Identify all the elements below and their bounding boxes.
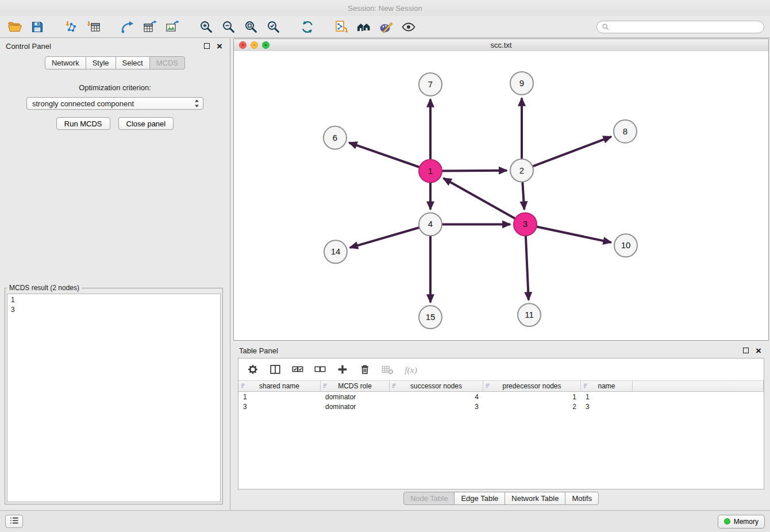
- edge-3-10[interactable]: [537, 227, 611, 242]
- control-panel-title: Control Panel: [6, 42, 51, 51]
- refresh-icon[interactable]: [298, 18, 317, 36]
- edge-1-2[interactable]: [442, 171, 507, 171]
- control-panel: Control Panel × NetworkStyleSelectMCDS O…: [0, 38, 230, 510]
- column-sort-icon: [583, 383, 589, 391]
- window-title: Session: New Session: [348, 4, 422, 13]
- optimization-criterion-label: Optimization criterion:: [0, 83, 230, 92]
- mcds-result-box: MCDS result (2 nodes) 13: [5, 284, 223, 504]
- home-icon[interactable]: [355, 18, 373, 36]
- chevron-updown-icon: [194, 98, 200, 109]
- tab-motifs[interactable]: Motifs: [565, 492, 599, 505]
- delete-table-icon: [381, 362, 394, 377]
- export-image-icon[interactable]: [163, 18, 182, 36]
- minimize-window-icon[interactable]: −: [251, 41, 258, 49]
- column-header-successor-nodes[interactable]: successor nodes: [390, 380, 483, 392]
- table-row[interactable]: 3dominator323: [238, 402, 764, 411]
- export-table-icon[interactable]: [141, 18, 159, 36]
- maximize-window-icon[interactable]: +: [262, 41, 270, 49]
- add-row-icon[interactable]: [336, 362, 349, 377]
- close-panel-icon[interactable]: ×: [756, 346, 761, 356]
- column-header-shared-name[interactable]: shared name: [238, 380, 321, 392]
- memory-status-dot: [724, 518, 730, 525]
- node-9[interactable]: 9: [510, 72, 533, 95]
- import-network-icon[interactable]: [62, 18, 80, 36]
- node-3[interactable]: 3: [514, 213, 537, 236]
- list-icon: [9, 516, 20, 526]
- search-icon: [602, 23, 610, 31]
- zoom-out-icon[interactable]: [220, 18, 238, 36]
- zoom-fit-icon[interactable]: [242, 18, 260, 36]
- style-icon[interactable]: [377, 18, 395, 36]
- float-panel-icon[interactable]: [204, 43, 210, 49]
- zoom-selected-icon[interactable]: [264, 18, 283, 36]
- svg-text:14: 14: [331, 246, 341, 256]
- column-sort-icon: [391, 383, 398, 391]
- float-panel-icon[interactable]: [743, 348, 749, 353]
- eye-icon[interactable]: [399, 18, 418, 36]
- svg-text:8: 8: [623, 126, 627, 136]
- edge-4-14[interactable]: [350, 228, 419, 248]
- select-all-icon[interactable]: [291, 362, 304, 377]
- optimization-criterion-value: strongly connected component: [32, 99, 134, 108]
- svg-text:15: 15: [426, 312, 436, 322]
- toolbar-icon-groups: [6, 18, 433, 36]
- svg-text:9: 9: [519, 78, 524, 88]
- node-8[interactable]: 8: [614, 120, 637, 143]
- function-builder-icon: f(x): [403, 362, 422, 377]
- network-view-titlebar: × − + scc.txt: [234, 39, 768, 52]
- close-window-icon[interactable]: ×: [239, 41, 247, 49]
- optimization-criterion-select[interactable]: strongly connected component: [26, 97, 203, 110]
- edge-2-3[interactable]: [522, 182, 524, 210]
- open-folder-icon[interactable]: [6, 18, 24, 36]
- tab-mcds[interactable]: MCDS: [149, 56, 185, 70]
- copy-network-icon[interactable]: [332, 18, 351, 36]
- zoom-in-icon[interactable]: [197, 18, 215, 36]
- run-mcds-button[interactable]: Run MCDS: [56, 117, 110, 130]
- node-table-content: f(x) shared nameMCDS rolesuccessor nodes…: [238, 358, 764, 489]
- svg-text:3: 3: [523, 219, 528, 229]
- table-row[interactable]: 1dominator411: [238, 392, 764, 402]
- table-toolbar: f(x): [238, 358, 764, 380]
- delete-row-icon[interactable]: [359, 362, 371, 377]
- node-14[interactable]: 14: [324, 240, 347, 263]
- node-2[interactable]: 2: [510, 159, 533, 182]
- edge-3-11[interactable]: [526, 236, 529, 300]
- memory-button[interactable]: Memory: [718, 515, 765, 529]
- tab-node-table[interactable]: Node Table: [403, 492, 455, 505]
- node-1[interactable]: 1: [419, 160, 442, 183]
- export-network-icon[interactable]: [118, 18, 137, 36]
- tab-edge-table[interactable]: Edge Table: [454, 492, 505, 505]
- edge-1-6[interactable]: [349, 142, 420, 167]
- svg-text:10: 10: [621, 240, 631, 250]
- tab-network-table[interactable]: Network Table: [505, 492, 565, 505]
- task-list-button[interactable]: [5, 515, 23, 528]
- node-10[interactable]: 10: [614, 234, 637, 257]
- tab-select[interactable]: Select: [116, 56, 150, 70]
- node-11[interactable]: 11: [518, 303, 541, 326]
- edge-3-1[interactable]: [444, 178, 515, 218]
- tab-network[interactable]: Network: [45, 56, 86, 70]
- network-canvas[interactable]: 7968124314101511: [234, 51, 768, 340]
- edge-2-8[interactable]: [533, 137, 611, 167]
- search-input[interactable]: [613, 22, 759, 32]
- node-6[interactable]: 6: [324, 126, 346, 149]
- save-icon[interactable]: [28, 18, 47, 36]
- node-15[interactable]: 15: [419, 306, 442, 329]
- search-field[interactable]: [596, 21, 764, 33]
- import-table-icon[interactable]: [84, 18, 103, 36]
- show-columns-icon[interactable]: [269, 362, 282, 377]
- column-header-predecessor-nodes[interactable]: predecessor nodes: [483, 380, 581, 392]
- deselect-all-icon[interactable]: [314, 362, 326, 377]
- node-7[interactable]: 7: [419, 73, 442, 96]
- mcds-result-list[interactable]: 13: [7, 294, 221, 502]
- svg-text:2: 2: [519, 165, 524, 175]
- window-titlebar: Session: New Session: [0, 0, 770, 16]
- mcds-result-title: MCDS result (2 nodes): [7, 284, 82, 292]
- settings-gear-icon[interactable]: [247, 362, 259, 377]
- close-panel-button[interactable]: Close panel: [118, 117, 174, 130]
- node-4[interactable]: 4: [419, 213, 442, 236]
- close-panel-icon[interactable]: ×: [217, 41, 222, 51]
- column-header-name[interactable]: name: [581, 380, 633, 392]
- column-header-mcds-role[interactable]: MCDS role: [321, 380, 390, 392]
- tab-style[interactable]: Style: [86, 56, 116, 70]
